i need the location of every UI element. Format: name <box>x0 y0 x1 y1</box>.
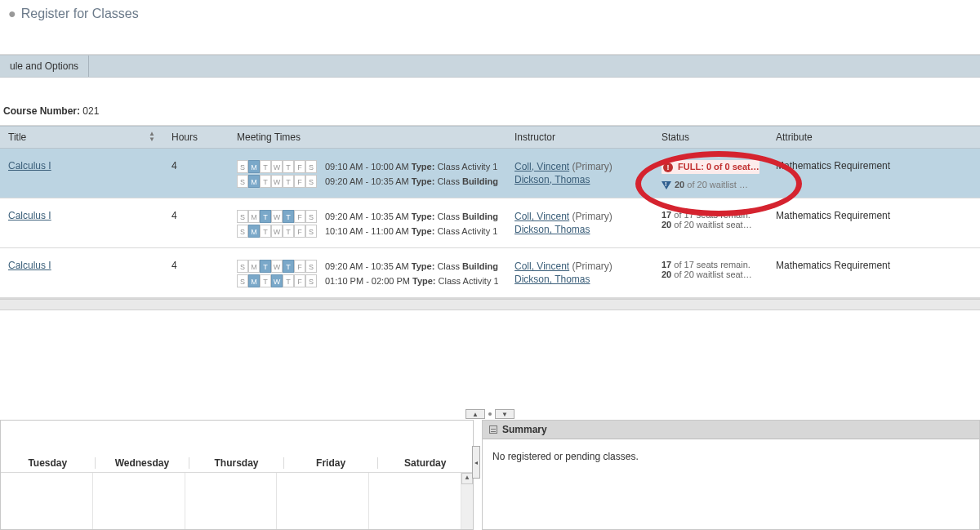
day-cell: T <box>283 225 294 238</box>
split-up-button[interactable]: ▲ <box>466 409 485 419</box>
instructor-link[interactable]: Coll, Vincent <box>514 211 569 222</box>
course-number-value: 021 <box>82 105 99 117</box>
instructor-link[interactable]: Coll, Vincent <box>514 261 569 272</box>
day-cell: T <box>283 274 294 287</box>
course-number-label: Course Number: <box>3 105 80 117</box>
instructor-link[interactable]: Dickson, Thomas <box>514 274 590 285</box>
collapse-left-button[interactable]: ◂ <box>472 446 480 479</box>
day-cell: S <box>305 260 317 273</box>
split-handle: ▲ ▼ <box>0 408 980 420</box>
calendar-scrollbar[interactable]: ▲ <box>461 473 473 529</box>
day-cell: W <box>271 274 283 287</box>
split-dot-icon <box>488 412 492 416</box>
day-cell: T <box>283 260 294 273</box>
alert-icon: ! <box>663 163 673 172</box>
col-status[interactable]: Status <box>653 127 768 149</box>
summary-empty-text: No registered or pending classes. <box>492 451 639 462</box>
day-cell: T <box>260 225 271 238</box>
day-cell: S <box>305 210 317 223</box>
status-cell: ! FULL: 0 of 0 seat…20 of 20 waitlist … <box>653 149 768 198</box>
col-hours[interactable]: Hours <box>163 127 229 149</box>
course-title-link[interactable]: Calculus I <box>8 210 51 221</box>
day-cell: S <box>237 210 248 223</box>
instructor-link[interactable]: Coll, Vincent <box>514 161 569 172</box>
day-cell: S <box>237 175 248 188</box>
meeting-cell: SMTWTFS09:20 AM - 10:35 AM Type: Class B… <box>229 248 506 298</box>
day-cell: W <box>271 260 283 273</box>
calendar-header: Tuesday Wednesday Thursday Friday Saturd… <box>1 453 473 473</box>
summary-header: Summary <box>483 421 979 439</box>
cal-day-friday: Friday <box>284 457 379 469</box>
day-cell: W <box>271 225 283 238</box>
summary-title: Summary <box>502 424 547 435</box>
tab-strip: ule and Options <box>0 55 980 78</box>
day-cell: T <box>260 260 271 273</box>
instructor-link[interactable]: Dickson, Thomas <box>514 224 590 235</box>
attribute-cell: Mathematics Requirement <box>768 248 980 298</box>
split-down-button[interactable]: ▼ <box>495 409 514 419</box>
day-cell: S <box>305 160 317 173</box>
day-cell: T <box>283 210 294 223</box>
day-grid: SMTWTFS <box>237 260 317 273</box>
table-row[interactable]: Calculus I4SMTWTFS09:10 AM - 10:00 AM Ty… <box>0 149 980 198</box>
table-row[interactable]: Calculus I4SMTWTFS09:20 AM - 10:35 AM Ty… <box>0 198 980 248</box>
meeting-cell: SMTWTFS09:10 AM - 10:00 AM Type: Class A… <box>229 149 506 198</box>
hours-cell: 4 <box>163 149 229 198</box>
col-attribute[interactable]: Attribute <box>768 127 980 149</box>
day-cell: T <box>260 160 271 173</box>
bottom-panels: ▲ ▼ Tuesday Wednesday Thursday Friday Sa… <box>0 408 980 530</box>
day-grid: SMTWTFS <box>237 175 317 188</box>
col-meeting[interactable]: Meeting Times <box>229 127 506 149</box>
summary-panel: Summary No registered or pending classes… <box>482 420 980 530</box>
course-title-link[interactable]: Calculus I <box>8 260 51 271</box>
status-cell: 17 of 17 seats remain.20 of 20 waitlist … <box>653 248 768 298</box>
sort-icon[interactable]: ▲▼ <box>149 131 155 142</box>
table-row[interactable]: Calculus I4SMTWTFS09:20 AM - 10:35 AM Ty… <box>0 248 980 298</box>
attribute-cell: Mathematics Requirement <box>768 198 980 248</box>
day-cell: S <box>305 175 317 188</box>
day-cell: F <box>294 260 305 273</box>
cal-day-thursday: Thursday <box>189 457 284 469</box>
page-title-row: ● Register for Classes <box>0 0 980 23</box>
day-grid: SMTWTFS <box>237 160 317 173</box>
page-title: Register for Classes <box>21 7 139 21</box>
bullet-icon: ● <box>8 7 16 21</box>
day-cell: W <box>271 160 283 173</box>
waitlist-icon <box>662 181 671 189</box>
hours-cell: 4 <box>163 248 229 298</box>
summary-icon <box>489 425 497 434</box>
day-cell: T <box>283 175 294 188</box>
day-cell: S <box>237 274 248 287</box>
tab-label: ule and Options <box>10 60 78 72</box>
day-cell: S <box>305 274 317 287</box>
day-cell: F <box>294 175 305 188</box>
calendar-body: ▲ <box>1 473 473 529</box>
course-title-link[interactable]: Calculus I <box>8 160 51 171</box>
day-cell: M <box>248 160 260 173</box>
instructor-link[interactable]: Dickson, Thomas <box>514 174 590 185</box>
day-cell: F <box>294 160 305 173</box>
day-cell: W <box>271 175 283 188</box>
instructor-cell: Coll, Vincent (Primary)Dickson, Thomas <box>506 248 653 298</box>
day-cell: M <box>248 225 260 238</box>
day-grid: SMTWTFS <box>237 210 317 223</box>
day-cell: S <box>237 260 248 273</box>
cal-day-wednesday: Wednesday <box>96 457 190 469</box>
day-cell: M <box>248 210 260 223</box>
day-cell: S <box>305 225 317 238</box>
day-cell: F <box>294 274 305 287</box>
day-cell: T <box>260 175 271 188</box>
status-cell: 17 of 17 seats remain.20 of 20 waitlist … <box>653 198 768 248</box>
instructor-cell: Coll, Vincent (Primary)Dickson, Thomas <box>506 149 653 198</box>
status-full-badge: ! FULL: 0 of 0 seat… <box>662 160 760 174</box>
col-instructor[interactable]: Instructor <box>506 127 653 149</box>
day-cell: M <box>248 175 260 188</box>
col-title[interactable]: Title ▲▼ <box>0 127 163 149</box>
meeting-cell: SMTWTFS09:20 AM - 10:35 AM Type: Class B… <box>229 198 506 248</box>
day-grid: SMTWTFS <box>237 274 317 287</box>
day-grid: SMTWTFS <box>237 225 317 238</box>
cal-day-saturday: Saturday <box>378 457 473 469</box>
day-cell: W <box>271 210 283 223</box>
tab-schedule-options[interactable]: ule and Options <box>0 56 89 77</box>
course-number-line: Course Number: 021 <box>0 105 980 125</box>
